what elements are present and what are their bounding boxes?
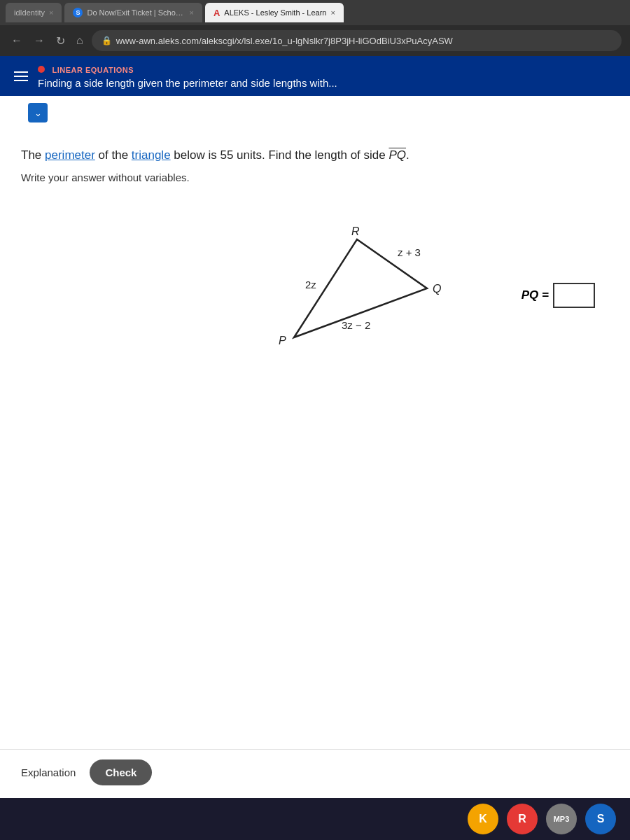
schoology-favicon: S <box>73 8 83 18</box>
taskbar: K R MP3 S <box>0 798 630 840</box>
aleks-favicon: A <box>214 8 220 18</box>
k-icon-label: K <box>479 813 487 825</box>
tab-aleks[interactable]: A ALEKS - Lesley Smith - Learn × <box>205 3 344 22</box>
home-button[interactable]: ⌂ <box>74 33 86 48</box>
check-button[interactable]: Check <box>90 760 152 785</box>
text-part3: below is 55 units. Find the length of si… <box>171 148 389 162</box>
topic-info: LINEAR EQUATIONS Finding a side length g… <box>38 63 337 89</box>
lock-icon: 🔒 <box>102 36 112 46</box>
dropdown-area: ⌄ <box>0 103 630 122</box>
explanation-link[interactable]: Explanation <box>21 766 76 778</box>
perimeter-link[interactable]: perimeter <box>45 148 95 162</box>
side-label: PQ <box>388 148 406 162</box>
vertex-p-label: P <box>279 335 286 346</box>
tab-aleks-close[interactable]: × <box>330 8 335 17</box>
hamburger-line-1 <box>14 71 28 73</box>
text-part1: The <box>21 148 45 162</box>
address-input[interactable]: 🔒 www-awn.aleks.com/alekscgi/x/lsl.exe/1… <box>92 30 622 51</box>
dropdown-button[interactable]: ⌄ <box>28 103 48 122</box>
browser-chrome: idIdentity × S Do Now/Exit Ticket | Scho… <box>0 0 630 56</box>
tab-identity[interactable]: idIdentity × <box>6 3 62 22</box>
k-taskbar-icon[interactable]: K <box>468 804 498 834</box>
side-pr-label: 2z <box>305 279 316 290</box>
topic-title: Finding a side length given the perimete… <box>38 77 337 89</box>
triangle-diagram: R Q P z + 3 2z 3z − 2 <box>238 225 462 365</box>
hamburger-line-2 <box>14 76 28 77</box>
mp3-taskbar-icon[interactable]: MP3 <box>546 804 577 834</box>
content-wrapper: LINEAR EQUATIONS Finding a side length g… <box>0 56 630 840</box>
tab-bar: idIdentity × S Do Now/Exit Ticket | Scho… <box>0 0 630 25</box>
text-end: . <box>406 148 410 162</box>
refresh-button[interactable]: ↻ <box>53 33 68 49</box>
vertex-r-label: R <box>351 225 360 237</box>
bottom-actions: Explanation Check <box>0 749 630 795</box>
side-pq-label: 3z − 2 <box>342 319 370 331</box>
topic-category: LINEAR EQUATIONS <box>38 63 337 76</box>
problem-area: The perimeter of the triangle below is 5… <box>0 130 630 211</box>
tab-schoology-close[interactable]: × <box>189 8 193 17</box>
topic-category-label: LINEAR EQUATIONS <box>52 66 134 74</box>
tab-identity-label: idIdentity <box>14 8 45 17</box>
instruction-text: Write your answer without variables. <box>21 172 609 183</box>
r-icon-label: R <box>518 813 526 825</box>
s-taskbar-icon[interactable]: S <box>585 804 616 834</box>
mp3-icon-label: MP3 <box>554 815 570 823</box>
diagram-area: R Q P z + 3 2z 3z − 2 PQ = <box>0 218 630 372</box>
answer-input[interactable] <box>553 283 595 308</box>
tab-schoology-label: Do Now/Exit Ticket | Schoology <box>87 8 185 17</box>
hamburger-menu[interactable] <box>14 71 28 81</box>
vertex-q-label: Q <box>433 283 441 295</box>
tab-aleks-label: ALEKS - Lesley Smith - Learn <box>224 8 326 17</box>
answer-box: PQ = <box>522 283 595 308</box>
hamburger-line-3 <box>14 80 28 81</box>
tab-identity-close[interactable]: × <box>49 8 53 17</box>
dot-red <box>38 66 45 73</box>
triangle-link[interactable]: triangle <box>132 148 171 162</box>
problem-statement: The perimeter of the triangle below is 5… <box>21 146 609 164</box>
address-text: www-awn.aleks.com/alekscgi/x/lsl.exe/1o_… <box>116 36 453 46</box>
side-rq-label: z + 3 <box>398 246 421 258</box>
s-icon-label: S <box>597 813 605 825</box>
tab-schoology[interactable]: S Do Now/Exit Ticket | Schoology × <box>64 3 202 22</box>
answer-label: PQ = <box>522 288 549 302</box>
address-bar: ← → ↻ ⌂ 🔒 www-awn.aleks.com/alekscgi/x/l… <box>0 25 630 56</box>
r-taskbar-icon[interactable]: R <box>507 804 538 834</box>
text-part2: of the <box>95 148 132 162</box>
aleks-header: LINEAR EQUATIONS Finding a side length g… <box>0 56 630 96</box>
chevron-down-icon: ⌄ <box>34 108 42 118</box>
back-button[interactable]: ← <box>8 33 25 48</box>
forward-button[interactable]: → <box>31 33 48 48</box>
